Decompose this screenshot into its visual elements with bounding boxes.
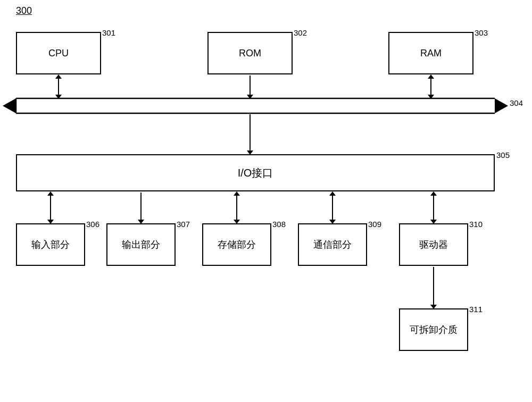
media-ref: 311 <box>469 305 483 314</box>
svg-marker-32 <box>329 191 336 196</box>
svg-marker-18 <box>428 95 434 99</box>
driver-label: 驱动器 <box>419 238 448 251</box>
cpu-box: CPU <box>16 32 101 74</box>
svg-marker-10 <box>495 98 508 113</box>
input-label: 输入部分 <box>31 238 70 251</box>
rom-box: ROM <box>207 32 293 74</box>
media-box: 可拆卸介质 <box>399 308 468 351</box>
svg-marker-24 <box>47 191 54 196</box>
svg-marker-9 <box>3 98 16 113</box>
rom-ref: 302 <box>294 28 307 37</box>
driver-box: 驱动器 <box>399 223 468 266</box>
svg-marker-13 <box>55 95 62 99</box>
comm-box: 通信部分 <box>298 223 367 266</box>
diagram: 300 <box>0 0 532 402</box>
io-box: I/O接口 <box>16 154 495 191</box>
svg-marker-16 <box>247 95 253 99</box>
svg-marker-14 <box>55 74 62 79</box>
cpu-label: CPU <box>48 48 69 59</box>
comm-label: 通信部分 <box>313 238 352 251</box>
io-label: I/O接口 <box>238 166 273 180</box>
storage-box: 存储部分 <box>202 223 271 266</box>
cpu-ref: 301 <box>102 28 115 37</box>
ram-ref: 303 <box>475 28 488 37</box>
svg-marker-19 <box>428 74 434 79</box>
comm-ref: 309 <box>368 220 381 229</box>
ram-box: RAM <box>388 32 473 74</box>
bus-ref: 304 <box>510 98 523 107</box>
media-label: 可拆卸介质 <box>410 323 458 336</box>
storage-ref: 308 <box>272 220 286 229</box>
svg-marker-35 <box>430 191 437 196</box>
output-box: 输出部分 <box>106 223 176 266</box>
ram-label: RAM <box>420 48 442 59</box>
figure-label: 300 <box>16 5 32 16</box>
storage-label: 存储部分 <box>218 238 256 251</box>
driver-ref: 310 <box>469 220 483 229</box>
input-ref: 306 <box>86 220 99 229</box>
io-ref: 305 <box>496 150 510 160</box>
rom-label: ROM <box>239 48 261 59</box>
svg-marker-29 <box>234 191 240 196</box>
input-box: 输入部分 <box>16 223 85 266</box>
output-ref: 307 <box>177 220 190 229</box>
output-label: 输出部分 <box>122 238 160 251</box>
